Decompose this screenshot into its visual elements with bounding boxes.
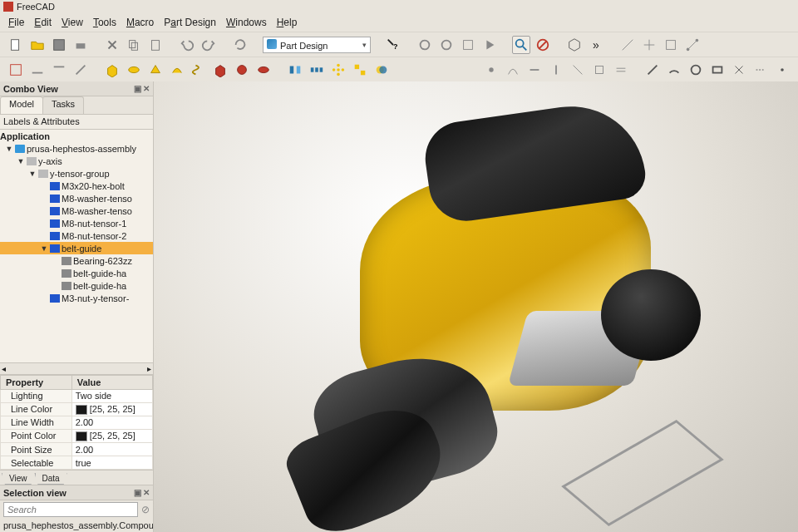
constraint-4-button[interactable]: [547, 61, 565, 79]
pocket-button[interactable]: [211, 61, 229, 79]
tree-item[interactable]: ▼prusa-hephestos-assembly: [0, 142, 153, 155]
menu-edit[interactable]: Edit: [34, 17, 52, 28]
tab-tasks[interactable]: Tasks: [42, 96, 84, 114]
tree-item[interactable]: Bearing-623zz: [0, 254, 153, 267]
panel-close-icon[interactable]: ✕: [143, 488, 150, 497]
tab-data[interactable]: Data: [35, 473, 67, 485]
boolean-button[interactable]: [372, 61, 391, 79]
tree-item[interactable]: belt-guide-ha: [0, 267, 153, 279]
macro-play-button[interactable]: [480, 36, 499, 54]
tree-item[interactable]: M3-nut-y-tensor-: [0, 292, 153, 304]
property-row[interactable]: Point Size2.00: [1, 443, 153, 456]
property-row[interactable]: Point Color[25, 25, 25]: [1, 429, 153, 442]
hole-button[interactable]: [233, 61, 251, 79]
macro-list-button[interactable]: [459, 36, 477, 54]
linear-pattern-button[interactable]: [308, 61, 326, 79]
polar-pattern-button[interactable]: [329, 61, 347, 79]
constraint-5-button[interactable]: [569, 61, 587, 79]
view-more-button[interactable]: »: [587, 36, 605, 54]
3d-viewport[interactable]: [154, 81, 798, 532]
constraint-3-button[interactable]: [525, 61, 544, 79]
app-title: FreeCAD: [17, 2, 55, 12]
tree-item[interactable]: ▼y-axis: [0, 155, 153, 167]
menu-tools[interactable]: Tools: [93, 17, 116, 28]
new-doc-button[interactable]: [7, 36, 25, 54]
constraint-6-button[interactable]: [590, 61, 608, 79]
draw-style-button[interactable]: [534, 36, 552, 54]
menu-partdesign[interactable]: Part Design: [164, 17, 216, 28]
mirror-button[interactable]: [286, 61, 304, 79]
tree-item[interactable]: M8-washer-tenso: [0, 204, 153, 217]
menu-view[interactable]: View: [62, 17, 83, 28]
tree-item[interactable]: ▼belt-guide: [0, 242, 153, 254]
pad-button[interactable]: [103, 61, 121, 79]
geom-trim-button[interactable]: [730, 61, 748, 79]
zoom-fit-button[interactable]: [512, 36, 530, 54]
groove-button[interactable]: [254, 61, 273, 79]
selection-path[interactable]: prusa_hephestos_assembly.Compound0: [0, 519, 153, 532]
redo-button[interactable]: [200, 36, 218, 54]
geom-ext-button[interactable]: [751, 61, 770, 79]
sweep-button[interactable]: [168, 61, 186, 79]
constraint-1-button[interactable]: [482, 61, 500, 79]
geom-point-button[interactable]: [773, 61, 791, 79]
property-row[interactable]: Line Color[25, 25, 25]: [1, 402, 153, 416]
panel-float-icon[interactable]: ▣: [134, 488, 141, 497]
paste-button[interactable]: [146, 36, 165, 54]
sketch-edit-button[interactable]: [28, 61, 47, 79]
property-row[interactable]: Selectabletrue: [1, 456, 153, 470]
panel-close-icon[interactable]: ✕: [143, 84, 150, 93]
tab-view[interactable]: View: [2, 473, 35, 485]
workbench-selector[interactable]: Part Design: [263, 37, 371, 53]
tree-hscroll[interactable]: ◂▸: [0, 362, 153, 374]
tree-item[interactable]: ▼y-tensor-group: [0, 167, 153, 180]
print-button[interactable]: [71, 36, 90, 54]
cut-button[interactable]: [103, 36, 121, 54]
measure-4-button[interactable]: [683, 36, 702, 54]
property-row[interactable]: Line Width2.00: [1, 416, 153, 429]
geom-circle-button[interactable]: [687, 61, 705, 79]
menu-file[interactable]: File: [8, 17, 24, 28]
copy-button[interactable]: [125, 36, 143, 54]
geom-rect-button[interactable]: [708, 61, 727, 79]
view-iso-button[interactable]: [565, 36, 584, 54]
tree-root[interactable]: Application: [0, 130, 153, 142]
selection-search-input[interactable]: [3, 502, 138, 517]
sketch-map-button[interactable]: [71, 61, 90, 79]
constraint-7-button[interactable]: [612, 61, 630, 79]
helix-button[interactable]: [190, 61, 208, 79]
svg-point-37: [781, 68, 784, 71]
save-button[interactable]: [50, 36, 68, 54]
menu-windows[interactable]: Windows: [226, 17, 267, 28]
macro-stop-button[interactable]: [437, 36, 456, 54]
open-button[interactable]: [28, 36, 47, 54]
clear-search-icon[interactable]: ⊘: [141, 504, 150, 515]
whats-this-button[interactable]: ?: [384, 36, 402, 54]
multitransform-button[interactable]: [351, 61, 369, 79]
menu-macro[interactable]: Macro: [126, 17, 154, 28]
geom-arc-button[interactable]: [665, 61, 683, 79]
tree-item[interactable]: belt-guide-ha: [0, 279, 153, 292]
constraint-2-button[interactable]: [504, 61, 522, 79]
tab-model[interactable]: Model: [0, 96, 43, 114]
measure-2-button[interactable]: [640, 36, 658, 54]
model-tree[interactable]: Application ▼prusa-hephestos-assembly▼y-…: [0, 130, 153, 362]
sketch-new-button[interactable]: [7, 61, 25, 79]
tree-item[interactable]: M8-nut-tensor-2: [0, 229, 153, 242]
menu-help[interactable]: Help: [277, 17, 298, 28]
undo-button[interactable]: [178, 36, 196, 54]
tree-item[interactable]: M8-washer-tenso: [0, 192, 153, 204]
geom-line-button[interactable]: [643, 61, 662, 79]
sketch-leave-button[interactable]: [50, 61, 68, 79]
refresh-button[interactable]: [231, 36, 249, 54]
property-row[interactable]: LightingTwo side: [1, 389, 153, 402]
revolution-button[interactable]: [125, 61, 143, 79]
tree-item[interactable]: M8-nut-tensor-1: [0, 217, 153, 229]
measure-1-button[interactable]: [618, 36, 637, 54]
tree-item[interactable]: M3x20-hex-bolt: [0, 180, 153, 192]
measure-3-button[interactable]: [662, 36, 680, 54]
panel-float-icon[interactable]: ▣: [134, 84, 141, 93]
loft-button[interactable]: [146, 61, 165, 79]
menu-bar: File Edit View Tools Macro Part Design W…: [0, 13, 798, 32]
macro-rec-button[interactable]: [416, 36, 434, 54]
